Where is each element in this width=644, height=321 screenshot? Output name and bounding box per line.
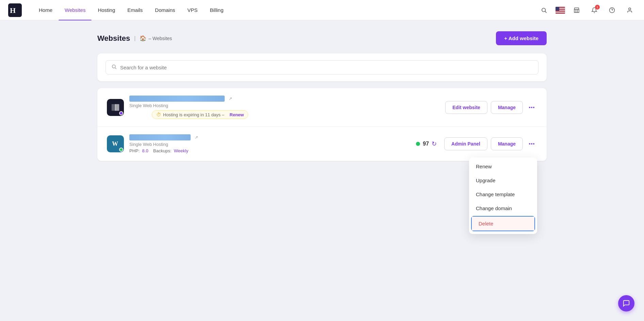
site-name-row-2: ↗ xyxy=(129,134,410,140)
nav-home[interactable]: Home xyxy=(33,0,59,20)
home-icon: 🏠 xyxy=(140,35,146,41)
websites-card: ↗ Single Web Hosting ⏱ Hosting is expiri… xyxy=(97,88,547,161)
svg-text:W: W xyxy=(112,140,118,147)
breadcrumb: 🏠 – Websites xyxy=(140,35,172,41)
nav-domains[interactable]: Domains xyxy=(149,0,181,20)
search-button[interactable] xyxy=(538,4,550,16)
nav-links: Home Websites Hosting Emails Domains VPS… xyxy=(33,0,538,20)
manage-button-1[interactable]: Manage xyxy=(491,101,523,114)
status-badge-2 xyxy=(119,148,123,152)
manage-button-2[interactable]: Manage xyxy=(491,137,523,150)
warning-icon: ⏱ xyxy=(156,112,161,117)
status-badge-1 xyxy=(119,111,123,115)
page-header-left: Websites | 🏠 – Websites xyxy=(97,34,172,43)
more-dot xyxy=(533,143,534,145)
php-version: 8.0 xyxy=(142,148,148,153)
site-meta: PHP: 8.0 Backups: Weekly xyxy=(129,148,410,153)
site-name-row-1: ↗ xyxy=(129,96,440,102)
more-dot xyxy=(531,107,532,108)
svg-point-14 xyxy=(629,8,631,10)
more-options-button-2[interactable] xyxy=(526,140,537,147)
backups-label: Backups: xyxy=(153,148,171,153)
add-website-button[interactable]: + Add website xyxy=(496,31,547,45)
site-type-2: Single Web Hosting xyxy=(129,142,410,147)
svg-rect-10 xyxy=(556,13,565,14)
more-dot xyxy=(533,107,534,108)
svg-rect-18 xyxy=(115,104,119,111)
help-button[interactable] xyxy=(606,4,618,16)
site-info-1: ↗ Single Web Hosting ⏱ Hosting is expiri… xyxy=(129,96,440,119)
notifications-button[interactable]: 1 xyxy=(588,4,600,16)
navbar: H Home Websites Hosting Emails Domains V… xyxy=(0,0,644,20)
breadcrumb-text: – Websites xyxy=(148,36,172,41)
renew-menu-item[interactable]: Renew xyxy=(469,159,537,173)
svg-rect-11 xyxy=(556,7,559,11)
svg-rect-9 xyxy=(556,12,565,13)
store-button[interactable] xyxy=(570,4,583,16)
svg-line-3 xyxy=(545,11,546,13)
delete-highlight-border: Delete xyxy=(471,216,535,231)
more-dot xyxy=(531,143,532,145)
expiry-wrap: ⏱ Hosting is expiring in 11 days – Renew xyxy=(152,108,440,119)
website-row-2: W ↗ Single Web Hosting PHP: 8.0 Backups:… xyxy=(97,127,547,161)
nav-hosting[interactable]: Hosting xyxy=(92,0,121,20)
change-domain-menu-item[interactable]: Change domain xyxy=(469,201,537,215)
nav-vps[interactable]: VPS xyxy=(181,0,204,20)
page-title: Websites xyxy=(97,34,130,43)
search-input-wrap xyxy=(106,60,538,74)
php-label: PHP: xyxy=(129,148,140,153)
nav-billing[interactable]: Billing xyxy=(204,0,230,20)
more-dot xyxy=(529,143,530,145)
site-type-1: Single Web Hosting xyxy=(129,103,440,108)
edit-website-button[interactable]: Edit website xyxy=(445,101,487,114)
change-template-menu-item[interactable]: Change template xyxy=(469,187,537,201)
site-logo-wrap-2: W xyxy=(107,135,124,152)
nav-websites[interactable]: Websites xyxy=(59,0,92,20)
performance-score: 97 xyxy=(423,141,429,147)
site-actions-2: 97 ↻ Admin Panel Manage Renew Upgrade xyxy=(416,137,537,150)
site-name-1-blurred xyxy=(129,96,225,102)
refresh-icon[interactable]: ↻ xyxy=(432,140,437,148)
site-info-2: ↗ Single Web Hosting PHP: 8.0 Backups: W… xyxy=(129,134,410,153)
svg-rect-8 xyxy=(556,11,565,12)
main-content: Websites | 🏠 – Websites + Add website xyxy=(84,20,560,172)
breadcrumb-separator: | xyxy=(134,35,135,41)
renew-link[interactable]: Renew xyxy=(230,112,244,117)
expiry-badge: ⏱ Hosting is expiring in 11 days – Renew xyxy=(152,110,248,119)
site-actions-1: Edit website Manage xyxy=(445,101,537,114)
performance-score-wrap: 97 ↻ xyxy=(416,140,437,148)
more-options-button-1[interactable] xyxy=(526,104,537,111)
nav-right: 1 xyxy=(538,4,636,16)
search-input[interactable] xyxy=(120,65,533,70)
account-button[interactable] xyxy=(624,4,636,16)
chat-fab[interactable] xyxy=(618,295,634,311)
site-logo-wrap-1 xyxy=(107,99,124,116)
delete-menu-item[interactable]: Delete xyxy=(472,217,534,231)
svg-text:H: H xyxy=(10,6,16,15)
upgrade-menu-item[interactable]: Upgrade xyxy=(469,173,537,187)
score-dot xyxy=(416,142,420,146)
notification-badge: 1 xyxy=(595,5,600,10)
more-dropdown-wrap: Renew Upgrade Change template Change dom… xyxy=(526,140,537,147)
search-card xyxy=(97,53,547,81)
nav-emails[interactable]: Emails xyxy=(121,0,149,20)
site-name-2-blurred xyxy=(129,134,191,140)
logo[interactable]: H xyxy=(8,3,22,17)
website-row: ↗ Single Web Hosting ⏱ Hosting is expiri… xyxy=(97,88,547,127)
svg-point-15 xyxy=(112,65,115,68)
svg-point-2 xyxy=(542,8,546,12)
context-menu: Renew Upgrade Change template Change dom… xyxy=(469,157,537,234)
more-dot xyxy=(529,107,530,108)
admin-panel-button[interactable]: Admin Panel xyxy=(444,137,487,150)
external-link-icon-2: ↗ xyxy=(195,135,198,140)
external-link-icon-1: ↗ xyxy=(229,96,232,101)
language-flag[interactable] xyxy=(556,7,565,14)
search-icon xyxy=(111,64,117,71)
backups-value: Weekly xyxy=(174,148,188,153)
page-header: Websites | 🏠 – Websites + Add website xyxy=(97,31,547,45)
expiry-text: Hosting is expiring in 11 days – xyxy=(163,112,224,117)
svg-line-16 xyxy=(115,68,116,69)
